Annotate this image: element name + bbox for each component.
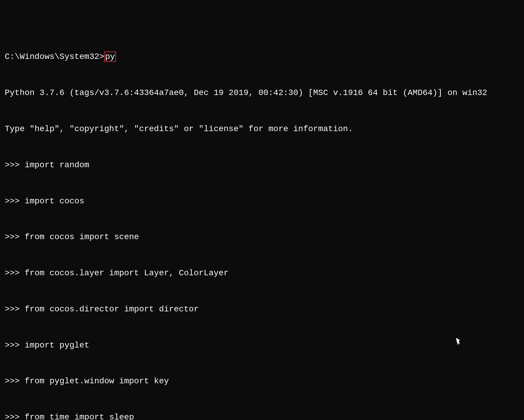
from-time-line: >>> from time import sleep xyxy=(5,411,519,420)
from-cocos-director-line: >>> from cocos.director import director xyxy=(5,303,519,316)
import-random-line: >>> import random xyxy=(5,159,519,171)
python-version-line: Python 3.7.6 (tags/v3.7.6:43364a7ae0, De… xyxy=(5,87,519,99)
import-cocos-line: >>> import cocos xyxy=(5,195,519,207)
prompt-line-1: C:\Windows\System32>py xyxy=(5,51,519,63)
import-pyglet-line: >>> import pyglet xyxy=(5,339,519,352)
terminal-window: C:\Windows\System32>py Python 3.7.6 (tag… xyxy=(5,3,519,420)
py-command: py xyxy=(104,52,116,62)
from-cocos-scene-line: >>> from cocos import scene xyxy=(5,231,519,243)
from-pyglet-line: >>> from pyglet.window import key xyxy=(5,375,519,387)
from-cocos-layer-line: >>> from cocos.layer import Layer, Color… xyxy=(5,267,519,279)
python-type-line: Type "help", "copyright", "credits" or "… xyxy=(5,123,519,135)
prompt-prefix: C:\Windows\System32> xyxy=(5,52,104,61)
